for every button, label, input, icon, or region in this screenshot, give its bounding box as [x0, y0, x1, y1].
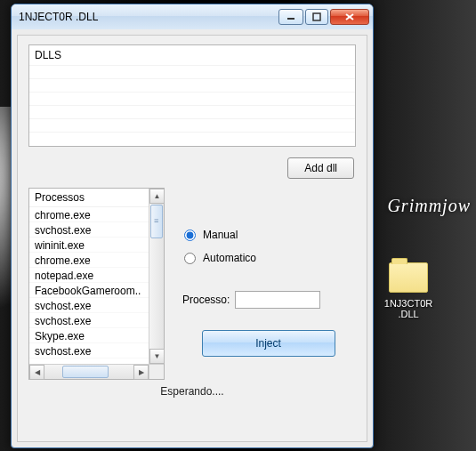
vertical-scroll-thumb[interactable] — [150, 205, 163, 238]
close-button[interactable] — [330, 9, 369, 25]
mode-manual-radio[interactable] — [184, 230, 196, 241]
list-item[interactable]: FacebookGameroom.. — [29, 283, 164, 298]
vertical-scroll-track[interactable] — [149, 239, 164, 349]
maximize-icon — [312, 12, 321, 21]
minimize-icon — [286, 12, 295, 21]
maximize-button[interactable] — [305, 9, 328, 25]
titlebar[interactable]: 1NJECT0R .DLL — [12, 4, 373, 29]
svg-rect-1 — [313, 13, 320, 20]
list-item[interactable]: svchost.exe — [29, 343, 164, 358]
mode-manual-option[interactable]: Manual — [184, 229, 356, 241]
desktop-folder-icon[interactable]: 1NJ3CT0R .DLL — [373, 262, 444, 319]
list-item[interactable]: svchost.exe — [29, 222, 164, 238]
add-dll-button[interactable]: Add dll — [287, 157, 354, 179]
scroll-right-button[interactable]: ▶ — [133, 365, 149, 380]
scroll-left-button[interactable]: ◀ — [29, 365, 44, 380]
folder-icon — [389, 262, 428, 293]
scrollbar-corner — [149, 364, 164, 379]
window-title: 1NJECT0R .DLL — [19, 11, 277, 23]
process-field-label: Processo: — [182, 294, 230, 306]
list-item[interactable]: Skype.exe — [29, 328, 164, 343]
scroll-down-button[interactable]: ▼ — [149, 349, 165, 364]
minimize-button[interactable] — [278, 9, 303, 25]
list-item[interactable]: chrome.exe — [29, 207, 164, 222]
client-area: DLLS Add dll Processos chrome.exe svchos… — [17, 35, 367, 442]
horizontal-scroll-thumb[interactable] — [62, 366, 109, 378]
process-input[interactable] — [235, 291, 320, 309]
list-item[interactable]: svchost.exe — [29, 298, 164, 313]
scroll-up-button[interactable]: ▲ — [149, 189, 165, 204]
list-item[interactable]: svchost.exe — [29, 313, 164, 328]
wallpaper-watermark: Grimmjow — [387, 196, 471, 216]
mode-manual-label: Manual — [203, 229, 238, 241]
mode-automatico-radio[interactable] — [184, 253, 196, 264]
process-list[interactable]: chrome.exe svchost.exe wininit.exe chrom… — [29, 207, 164, 379]
dlls-header: DLLS — [29, 45, 355, 65]
list-item[interactable]: notepad.exe — [29, 268, 164, 283]
list-item[interactable]: chrome.exe — [29, 253, 164, 268]
dlls-listbox[interactable]: DLLS — [28, 44, 356, 147]
inject-button[interactable]: Inject — [202, 330, 335, 357]
options-column: Manual Automatico Processo: Inject — [181, 188, 356, 380]
process-list-header: Processos — [29, 189, 164, 207]
close-icon — [344, 12, 355, 21]
desktop-folder-label: 1NJ3CT0R .DLL — [373, 298, 444, 319]
horizontal-scrollbar[interactable]: ◀ ▶ — [29, 364, 149, 379]
dlls-empty-lines — [29, 65, 355, 146]
process-listbox[interactable]: Processos chrome.exe svchost.exe wininit… — [28, 188, 165, 380]
horizontal-scroll-track[interactable] — [44, 365, 133, 379]
list-item[interactable]: wininit.exe — [29, 238, 164, 253]
mode-automatico-label: Automatico — [203, 252, 256, 264]
mode-automatico-option[interactable]: Automatico — [184, 252, 356, 264]
status-text: Esperando.... — [28, 385, 356, 398]
vertical-scrollbar[interactable]: ▲ ▼ — [149, 189, 164, 364]
injector-window: 1NJECT0R .DLL DLLS Add dll Processos chr… — [11, 4, 374, 448]
